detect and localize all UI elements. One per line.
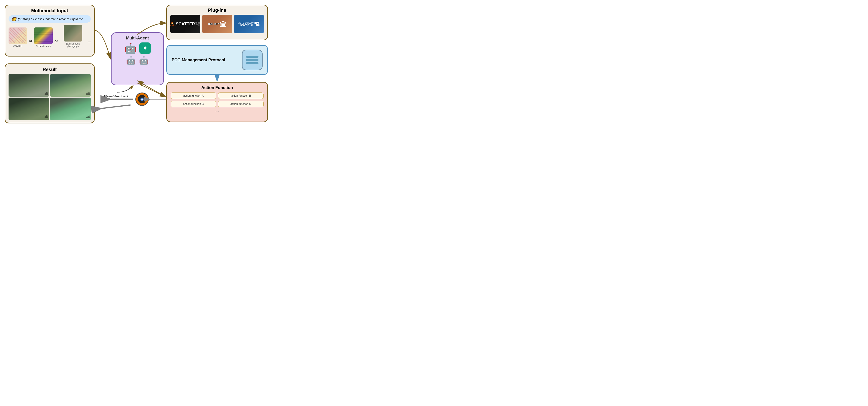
agent-robot-pink: 🤖 — [126, 56, 136, 65]
action-fn-d: action function D — [218, 101, 264, 107]
action-dots: ... — [171, 109, 264, 113]
buildify-title: BUILDIFY — [208, 23, 220, 25]
prompt-prefix: (human) — [18, 17, 30, 21]
pcg-line-1 — [246, 56, 258, 58]
plugin-autobuilding: AUTO-BUILDING UPDATE 1.2! 🏗 — [234, 15, 264, 33]
osm-input: OSM file — [8, 28, 27, 47]
result-image-3 — [8, 98, 49, 120]
scatter-brand: 🔥 blender — [170, 22, 176, 26]
agent-bottom-row: 🤖 🤖 — [126, 56, 149, 65]
prompt-text: Please Generate a Modern city to me. — [33, 17, 84, 21]
action-fn-b: action function B — [218, 93, 264, 99]
plugins-title: Plug-ins — [169, 8, 265, 13]
osm-label: OSM file — [13, 45, 22, 47]
agent-robot-yellow: 🤖 — [124, 43, 137, 53]
autobuilding-label: AUTO-BUILDING UPDATE 1.2! — [238, 22, 255, 26]
human-prompt: 🧑 (human) : Please Generate a Modern cit… — [8, 15, 91, 23]
scatter-sub: ADDON PACK — [195, 22, 200, 26]
plugins-row: 🔥 blender SCATTER ADDON PACK BUILDIFY 🏛 … — [169, 15, 265, 33]
plugin-scatter: 🔥 blender SCATTER ADDON PACK — [170, 15, 200, 33]
visual-feedback-label: Visiual Feedback — [104, 95, 128, 98]
action-fn-c: action function C — [171, 101, 216, 107]
scatter-big: SCATTER — [176, 22, 195, 26]
agent-top-row: 🤖 ✦ — [124, 42, 151, 54]
svg-point-3 — [142, 99, 143, 100]
pcg-icon — [242, 49, 262, 70]
pcg-management-box: PCG Management Protocol — [166, 45, 268, 75]
result-title: Result — [8, 67, 91, 72]
result-box: Result — [5, 63, 95, 124]
multimodal-input-box: Multimodal Input 🧑 (human) : Please Gene… — [5, 5, 95, 57]
result-image-1 — [8, 74, 49, 97]
multiagent-title: Multi-Agent — [126, 36, 149, 41]
ellipsis-1: ... — [88, 39, 91, 43]
semantic-map-image — [34, 28, 53, 44]
blender-svg-icon — [135, 92, 149, 106]
result-image-2 — [50, 74, 91, 97]
action-fn-a: action function A — [171, 93, 216, 99]
multiagent-box: Multi-Agent 🤖 ✦ 🤖 🤖 — [111, 32, 164, 86]
plugins-box: Plug-ins 🔥 blender SCATTER ADDON PACK BU… — [166, 5, 268, 40]
pcg-line-3 — [246, 62, 258, 64]
pcg-line-2 — [246, 59, 258, 61]
buildify-building-icon: 🏛 — [220, 21, 226, 28]
or-separator-1: or — [29, 39, 32, 43]
satellite-input: Satellite aerial photograph — [60, 25, 86, 47]
agent-robot-blue: 🤖 — [139, 56, 149, 65]
satellite-label: Satellite aerial photograph — [60, 42, 86, 47]
or-separator-2: or — [55, 39, 58, 43]
agent-openai-icon: ✦ — [139, 42, 151, 54]
human-icon: 🧑 — [11, 16, 17, 22]
pcg-document-icon — [246, 56, 258, 64]
blender-logo — [134, 91, 150, 107]
diagram-container: Multimodal Input 🧑 (human) : Please Gene… — [5, 5, 273, 125]
prompt-colon: : — [31, 17, 32, 21]
action-function-box: Action Function action function A action… — [166, 82, 268, 122]
input-images-row: OSM file or Semantic map or Satellite ae… — [8, 25, 91, 47]
plugin-buildify: BUILDIFY 🏛 — [202, 15, 232, 33]
action-functions-grid: action function A action function B acti… — [171, 93, 264, 107]
pcg-title: PCG Management Protocol — [172, 58, 237, 63]
action-title: Action Function — [171, 86, 264, 90]
result-grid — [8, 74, 91, 120]
semantic-input: Semantic map — [34, 28, 53, 47]
semantic-label: Semantic map — [36, 45, 51, 47]
satellite-image — [64, 25, 82, 41]
multimodal-title: Multimodal Input — [8, 8, 91, 13]
result-image-4 — [50, 98, 91, 120]
autobuilding-icon: 🏗 — [255, 22, 259, 27]
osm-map-image — [8, 28, 27, 44]
